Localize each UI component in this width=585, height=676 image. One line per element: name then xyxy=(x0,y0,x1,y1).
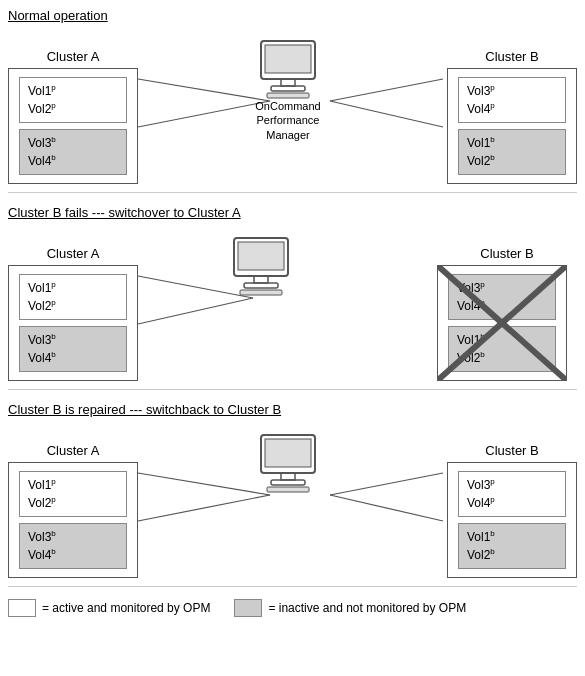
legend-inactive-label: = inactive and not monitored by OPM xyxy=(268,601,466,615)
svg-rect-6 xyxy=(281,79,295,86)
svg-rect-7 xyxy=(271,86,305,91)
cluster-b-switchback-label: Cluster B xyxy=(447,443,577,458)
vol-box-1a-switchback: Vol1pVol2p xyxy=(19,471,127,517)
svg-rect-26 xyxy=(267,487,309,492)
legend: = active and monitored by OPM = inactive… xyxy=(8,599,577,617)
svg-rect-25 xyxy=(271,480,305,485)
sup-b1f: b xyxy=(51,332,55,341)
cluster-a-normal: Cluster A Vol1pVol2p Vol3bVol4b xyxy=(8,49,138,184)
cluster-b-normal-box: Vol3pVol4p Vol1bVol2b xyxy=(447,68,577,184)
svg-rect-13 xyxy=(254,276,268,283)
sup-p4f: p xyxy=(480,298,484,307)
svg-line-20 xyxy=(330,473,443,495)
cluster-a-failover-label: Cluster A xyxy=(8,246,138,261)
cluster-a-failover: Cluster A Vol1pVol2p Vol3bVol4b xyxy=(8,246,138,381)
vol-box-2a-failover: Vol3bVol4b xyxy=(19,326,127,372)
sup-b2f: b xyxy=(51,350,55,359)
vol-box-1b-switchback: Vol3pVol4p xyxy=(458,471,566,517)
svg-line-2 xyxy=(330,79,443,101)
divider-1 xyxy=(8,192,577,193)
svg-rect-23 xyxy=(265,439,311,467)
svg-line-19 xyxy=(138,495,270,521)
vol-box-1a-normal: Vol1pVol2p xyxy=(19,77,127,123)
sup-b3s: b xyxy=(490,529,494,538)
sup-p3f: p xyxy=(480,280,484,289)
svg-rect-12 xyxy=(238,242,284,270)
sup-p3s: p xyxy=(490,477,494,486)
sup-p3: p xyxy=(490,83,494,92)
vol-box-1b-failover: Vol3pVol4p xyxy=(448,274,556,320)
legend-active: = active and monitored by OPM xyxy=(8,599,210,617)
section-switchback: Cluster B is repaired --- switchback to … xyxy=(8,402,577,568)
svg-rect-8 xyxy=(267,93,309,98)
computer-icon-switchback xyxy=(253,433,323,493)
section-switchback-label: Cluster B is repaired --- switchback to … xyxy=(8,402,281,417)
sup-p1: p xyxy=(51,83,55,92)
sup-b4s: b xyxy=(490,547,494,556)
sup-p1s: p xyxy=(51,477,55,486)
vol-box-1b-normal: Vol3pVol4p xyxy=(458,77,566,123)
cluster-a-switchback-label: Cluster A xyxy=(8,443,138,458)
sup-p2s: p xyxy=(51,495,55,504)
svg-line-3 xyxy=(330,101,443,127)
sup-p2f: p xyxy=(51,298,55,307)
sup-p4s: p xyxy=(490,495,494,504)
diagram-failover: Cluster A Vol1pVol2p Vol3bVol4b Cluster … xyxy=(8,226,577,371)
sup-p1f: p xyxy=(51,280,55,289)
legend-box-inactive xyxy=(234,599,262,617)
sup-b4f: b xyxy=(480,350,484,359)
sup-b3: b xyxy=(490,135,494,144)
computer-icon-failover xyxy=(226,236,296,296)
cluster-b-switchback-box: Vol3pVol4p Vol1bVol2b xyxy=(447,462,577,578)
sup-b4: b xyxy=(490,153,494,162)
computer-switchback xyxy=(238,433,338,493)
svg-rect-15 xyxy=(240,290,282,295)
section-normal-label: Normal operation xyxy=(8,8,108,23)
diagram-switchback: Cluster A Vol1pVol2p Vol3bVol4b Cluster … xyxy=(8,423,577,568)
vol-box-2b-normal: Vol1bVol2b xyxy=(458,129,566,175)
cluster-b-normal: Cluster B Vol3pVol4p Vol1bVol2b xyxy=(447,49,577,184)
cluster-a-switchback: Cluster A Vol1pVol2p Vol3bVol4b xyxy=(8,443,138,578)
vol-box-2a-normal: Vol3bVol4b xyxy=(19,129,127,175)
cluster-b-failover-label: Cluster B xyxy=(437,246,577,261)
computer-label-normal: OnCommandPerformanceManager xyxy=(238,99,338,142)
svg-rect-24 xyxy=(281,473,295,480)
computer-normal: OnCommandPerformanceManager xyxy=(238,39,338,142)
sup-b1s: b xyxy=(51,529,55,538)
sup-b2: b xyxy=(51,153,55,162)
legend-inactive: = inactive and not monitored by OPM xyxy=(234,599,466,617)
diagram-normal: Cluster A Vol1pVol2p Vol3bVol4b OnComman… xyxy=(8,29,577,174)
vol-box-2a-switchback: Vol3bVol4b xyxy=(19,523,127,569)
cluster-b-failover: Cluster B Vol3pVol4p Vol1bVol2b xyxy=(437,246,577,381)
computer-failover xyxy=(221,236,301,296)
legend-active-label: = active and monitored by OPM xyxy=(42,601,210,615)
svg-rect-14 xyxy=(244,283,278,288)
sup-p4: p xyxy=(490,101,494,110)
svg-line-10 xyxy=(138,298,253,324)
sup-b1: b xyxy=(51,135,55,144)
vol-box-2b-switchback: Vol1bVol2b xyxy=(458,523,566,569)
sup-p2: p xyxy=(51,101,55,110)
sup-b2s: b xyxy=(51,547,55,556)
computer-icon-normal xyxy=(253,39,323,99)
vol-box-1a-failover: Vol1pVol2p xyxy=(19,274,127,320)
cluster-a-normal-box: Vol1pVol2p Vol3bVol4b xyxy=(8,68,138,184)
section-normal: Normal operation Cluster A Vol1pVol2p Vo… xyxy=(8,8,577,174)
cluster-b-switchback: Cluster B Vol3pVol4p Vol1bVol2b xyxy=(447,443,577,578)
sup-b3f: b xyxy=(480,332,484,341)
cluster-b-normal-label: Cluster B xyxy=(447,49,577,64)
cluster-a-normal-label: Cluster A xyxy=(8,49,138,64)
legend-box-active xyxy=(8,599,36,617)
cluster-b-failover-box: Vol3pVol4p Vol1bVol2b xyxy=(437,265,567,381)
cluster-a-failover-box: Vol1pVol2p Vol3bVol4b xyxy=(8,265,138,381)
divider-2 xyxy=(8,389,577,390)
section-failover: Cluster B fails --- switchover to Cluste… xyxy=(8,205,577,371)
vol-box-2b-failover: Vol1bVol2b xyxy=(448,326,556,372)
svg-rect-5 xyxy=(265,45,311,73)
section-failover-label: Cluster B fails --- switchover to Cluste… xyxy=(8,205,241,220)
cluster-a-switchback-box: Vol1pVol2p Vol3bVol4b xyxy=(8,462,138,578)
svg-line-21 xyxy=(330,495,443,521)
divider-3 xyxy=(8,586,577,587)
